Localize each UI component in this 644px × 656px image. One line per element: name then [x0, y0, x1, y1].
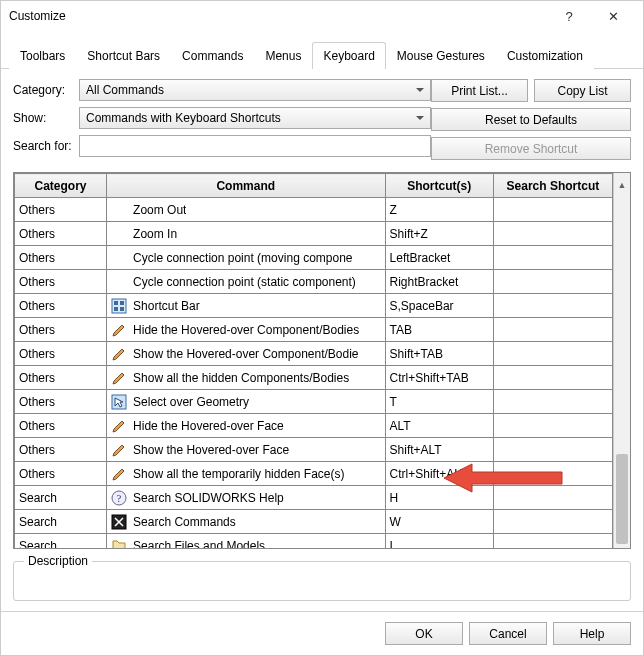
table-row[interactable]: OthersShow the Hovered-over FaceShift+AL… — [15, 438, 613, 462]
cell-search-shortcut[interactable] — [493, 294, 612, 318]
copy-list-button[interactable]: Copy List — [534, 79, 631, 102]
table-row[interactable]: OthersHide the Hovered-over Component/Bo… — [15, 318, 613, 342]
help-sys-button[interactable]: ? — [547, 1, 591, 31]
tab-mouse-gestures[interactable]: Mouse Gestures — [386, 42, 496, 69]
remove-shortcut-button: Remove Shortcut — [431, 137, 631, 160]
cell-command: Zoom In — [107, 222, 385, 246]
table-row[interactable]: SearchSearch CommandsW — [15, 510, 613, 534]
blank-icon — [111, 226, 127, 242]
cell-search-shortcut[interactable] — [493, 366, 612, 390]
command-text: Show all the hidden Components/Bodies — [133, 371, 349, 385]
cell-search-shortcut[interactable] — [493, 486, 612, 510]
cell-search-shortcut[interactable] — [493, 318, 612, 342]
show-label: Show: — [13, 111, 73, 125]
cell-command: Show all the hidden Components/Bodies — [107, 366, 385, 390]
col-shortcuts-header[interactable]: Shortcut(s) — [385, 174, 493, 198]
table-row[interactable]: OthersCycle connection point (static com… — [15, 270, 613, 294]
cell-category: Others — [15, 438, 107, 462]
description-label: Description — [24, 554, 92, 568]
cell-command: Zoom Out — [107, 198, 385, 222]
cell-category: Others — [15, 318, 107, 342]
tab-customization[interactable]: Customization — [496, 42, 594, 69]
cell-shortcut[interactable]: TAB — [385, 318, 493, 342]
search-for-label: Search for: — [13, 139, 73, 153]
cell-shortcut[interactable]: RightBracket — [385, 270, 493, 294]
help-button[interactable]: Help — [553, 622, 631, 645]
pencil-icon — [111, 370, 127, 386]
table-row[interactable]: OthersShortcut BarS,SpaceBar — [15, 294, 613, 318]
cell-command: Cycle connection point (static component… — [107, 270, 385, 294]
window-title: Customize — [9, 9, 547, 23]
cell-shortcut[interactable]: Z — [385, 198, 493, 222]
show-dropdown[interactable]: Commands with Keyboard Shortcuts — [79, 107, 431, 129]
command-text: Zoom Out — [133, 203, 186, 217]
scroll-thumb[interactable] — [616, 454, 628, 544]
cell-shortcut[interactable]: I — [385, 534, 493, 549]
show-dropdown-value: Commands with Keyboard Shortcuts — [86, 111, 281, 125]
reset-defaults-button[interactable]: Reset to Defaults — [431, 108, 631, 131]
table-row[interactable]: SearchSearch Files and ModelsI — [15, 534, 613, 549]
cell-search-shortcut[interactable] — [493, 390, 612, 414]
cell-search-shortcut[interactable] — [493, 462, 612, 486]
col-category-header[interactable]: Category — [15, 174, 107, 198]
cell-search-shortcut[interactable] — [493, 534, 612, 549]
print-list-button[interactable]: Print List... — [431, 79, 528, 102]
pencil-icon — [111, 418, 127, 434]
command-text: Search SOLIDWORKS Help — [133, 491, 284, 505]
cell-shortcut[interactable]: H — [385, 486, 493, 510]
tab-keyboard[interactable]: Keyboard — [312, 42, 385, 69]
vertical-scrollbar[interactable]: ▲ — [613, 173, 630, 548]
cell-shortcut[interactable]: ALT — [385, 414, 493, 438]
command-text: Cycle connection point (static component… — [133, 275, 356, 289]
col-search-shortcut-header[interactable]: Search Shortcut — [493, 174, 612, 198]
cell-command: Search Commands — [107, 510, 385, 534]
pencil-icon — [111, 322, 127, 338]
tab-toolbars[interactable]: Toolbars — [9, 42, 76, 69]
tab-menus[interactable]: Menus — [254, 42, 312, 69]
tab-strip: ToolbarsShortcut BarsCommandsMenusKeyboa… — [1, 31, 643, 69]
svg-rect-2 — [120, 301, 124, 305]
tab-commands[interactable]: Commands — [171, 42, 254, 69]
cell-shortcut[interactable]: S,SpaceBar — [385, 294, 493, 318]
cell-search-shortcut[interactable] — [493, 510, 612, 534]
table-row[interactable]: OthersCycle connection point (moving com… — [15, 246, 613, 270]
table-row[interactable]: OthersSelect over GeometryT — [15, 390, 613, 414]
cell-shortcut[interactable]: LeftBracket — [385, 246, 493, 270]
category-dropdown[interactable]: All Commands — [79, 79, 431, 101]
shortcut-icon — [111, 298, 127, 314]
table-row[interactable]: OthersZoom OutZ — [15, 198, 613, 222]
cell-search-shortcut[interactable] — [493, 342, 612, 366]
cell-shortcut[interactable]: Ctrl+Shift+ALT — [385, 462, 493, 486]
table-row[interactable]: OthersHide the Hovered-over FaceALT — [15, 414, 613, 438]
svg-rect-4 — [120, 307, 124, 311]
tab-shortcut-bars[interactable]: Shortcut Bars — [76, 42, 171, 69]
ok-button[interactable]: OK — [385, 622, 463, 645]
cell-search-shortcut[interactable] — [493, 414, 612, 438]
col-command-header[interactable]: Command — [107, 174, 385, 198]
titlebar: Customize ? ✕ — [1, 1, 643, 31]
cell-search-shortcut[interactable] — [493, 270, 612, 294]
cell-search-shortcut[interactable] — [493, 246, 612, 270]
cell-search-shortcut[interactable] — [493, 438, 612, 462]
category-label: Category: — [13, 83, 73, 97]
cell-shortcut[interactable]: Shift+ALT — [385, 438, 493, 462]
svg-text:?: ? — [117, 493, 122, 504]
cell-shortcut[interactable]: T — [385, 390, 493, 414]
table-row[interactable]: Search?Search SOLIDWORKS HelpH — [15, 486, 613, 510]
cell-shortcut[interactable]: W — [385, 510, 493, 534]
cell-shortcut[interactable]: Shift+TAB — [385, 342, 493, 366]
cell-search-shortcut[interactable] — [493, 222, 612, 246]
cell-shortcut[interactable]: Shift+Z — [385, 222, 493, 246]
close-button[interactable]: ✕ — [591, 1, 635, 31]
cell-category: Search — [15, 534, 107, 549]
cell-search-shortcut[interactable] — [493, 198, 612, 222]
cancel-button[interactable]: Cancel — [469, 622, 547, 645]
table-row[interactable]: OthersShow the Hovered-over Component/Bo… — [15, 342, 613, 366]
cell-shortcut[interactable]: Ctrl+Shift+TAB — [385, 366, 493, 390]
cell-category: Others — [15, 270, 107, 294]
table-row[interactable]: OthersZoom InShift+Z — [15, 222, 613, 246]
table-row[interactable]: OthersShow all the hidden Components/Bod… — [15, 366, 613, 390]
search-input[interactable] — [79, 135, 431, 157]
searchcmd-icon — [111, 514, 127, 530]
table-row[interactable]: OthersShow all the temporarily hidden Fa… — [15, 462, 613, 486]
